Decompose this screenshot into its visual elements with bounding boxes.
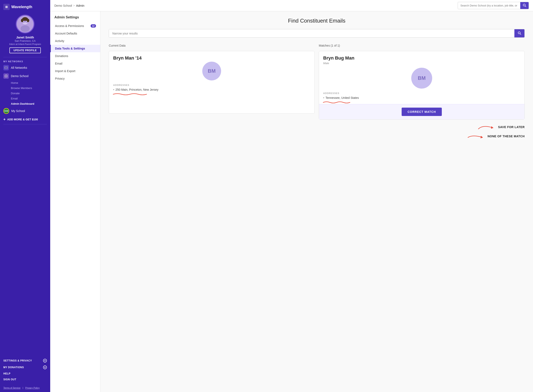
match-card-gender: Male (323, 62, 520, 65)
topnav-search-button[interactable] (520, 2, 529, 9)
current-squiggle (113, 93, 147, 95)
my-school-label: My School (11, 109, 25, 113)
none-arrow-icon (466, 133, 485, 140)
save-for-later-row: SAVE FOR LATER (476, 124, 525, 130)
my-donations-link[interactable]: MY DONATIONS + (3, 364, 47, 371)
admin-menu-import-export[interactable]: Import & Export (50, 67, 100, 75)
settings-privacy-link[interactable]: SETTINGS & PRIVACY + (3, 357, 47, 364)
sidebar-sub-donate[interactable]: Donate (0, 91, 50, 96)
admin-menu-access-permissions[interactable]: Access & Permissions 12 (50, 22, 100, 30)
current-data-label: Current Data (109, 44, 315, 47)
match-card-footer: CORRECT MATCH (319, 104, 524, 119)
demo-school-icon (3, 73, 9, 79)
content-area: Find Constituent Emails Current Data Mat… (100, 11, 533, 392)
svg-marker-18 (491, 126, 494, 129)
content-search (109, 29, 525, 38)
svg-line-17 (520, 34, 521, 34)
admin-menu-donations[interactable]: Donations (50, 52, 100, 60)
current-addresses-label: ADDRESSES (113, 84, 310, 86)
sidebar-item-all-networks[interactable]: All Networks (0, 64, 50, 72)
match-squiggle (323, 101, 350, 103)
sidebar: ⊞ Wavelength Janet Smith San Francisco, … (0, 0, 50, 392)
networks-label: MY NETWORKS (0, 58, 50, 64)
matches-label: Matches (1 of 1) (319, 44, 525, 47)
sidebar-logo[interactable]: ⊞ Wavelength (0, 0, 50, 13)
current-card-avatar: BM (202, 62, 221, 80)
user-location: San Francisco, CA (15, 39, 36, 42)
page-body: Admin Settings Access & Permissions 12 A… (50, 11, 533, 392)
match-card-avatar: BM (411, 68, 432, 89)
sidebar-sub-browse-members[interactable]: Browse Members (0, 85, 50, 91)
breadcrumb: Demo School > Admin (54, 4, 84, 7)
svg-rect-9 (5, 67, 8, 69)
admin-menu-activity[interactable]: Activity (50, 37, 100, 45)
svg-point-2 (20, 25, 30, 32)
ssw-icon: SSW (3, 108, 9, 114)
admin-menu-privacy[interactable]: Privacy (50, 75, 100, 82)
sidebar-divider-1 (3, 57, 47, 57)
cards-row: Bryn Man '14 BM ADDRESSES 250 Main, Prin… (109, 51, 525, 120)
donations-expand-icon: + (43, 365, 47, 369)
topnav-search-input[interactable] (458, 3, 520, 9)
user-role: Intern at Infant-Parent Program (9, 43, 41, 45)
demo-school-label: Demo School (11, 74, 29, 78)
settings-expand-icon: + (43, 359, 47, 363)
breadcrumb-root[interactable]: Demo School (54, 4, 72, 7)
none-of-these-row: NONE OF THESE MATCH (466, 133, 525, 140)
svg-line-15 (525, 6, 526, 7)
topnav-search (458, 2, 529, 9)
match-card-name: Bryn Bug Man (323, 55, 520, 61)
sign-out-link[interactable]: SIGN OUT (3, 377, 47, 382)
match-card: Bryn Bug Man Male BM ADDRESSES Tennessee… (319, 51, 525, 120)
sidebar-sub-email[interactable]: Email (0, 96, 50, 101)
update-profile-button[interactable]: UPDATE PROFILE (10, 47, 41, 53)
all-networks-icon (3, 65, 9, 70)
sidebar-divider-2 (3, 124, 47, 124)
save-arrow-icon (476, 124, 495, 130)
my-donations-label: MY DONATIONS (3, 366, 24, 369)
add-more-label: ADD MORE & GET $100 (7, 118, 38, 121)
correct-match-button[interactable]: CORRECT MATCH (402, 108, 442, 116)
content-search-input[interactable] (109, 29, 514, 37)
svg-marker-19 (481, 136, 483, 138)
logo-label: Wavelength (11, 5, 32, 9)
topnav: Demo School > Admin (50, 0, 533, 11)
sidebar-profile: Janet Smith San Francisco, CA Intern at … (0, 13, 50, 56)
all-networks-label: All Networks (11, 66, 27, 69)
admin-settings-panel: Admin Settings Access & Permissions 12 A… (50, 11, 100, 392)
avatar (16, 15, 34, 33)
sidebar-item-demo-school[interactable]: Demo School (0, 72, 50, 80)
main-content: Demo School > Admin Admin Settings Acces… (50, 0, 533, 392)
sidebar-bottom-links: SETTINGS & PRIVACY + MY DONATIONS + HELP… (0, 355, 50, 384)
breadcrumb-current: Admin (76, 4, 85, 7)
admin-menu-data-tools[interactable]: Data Tools & Settings (50, 45, 100, 52)
save-for-later-link[interactable]: SAVE FOR LATER (498, 125, 525, 129)
current-address: 250 Main, Princeton, New Jersey (113, 88, 310, 91)
match-addresses-label: ADDRESSES (323, 92, 520, 94)
admin-menu-email[interactable]: Email (50, 60, 100, 67)
help-link[interactable]: HELP (3, 371, 47, 377)
logo-icon: ⊞ (3, 4, 10, 10)
current-card-name: Bryn Man '14 (113, 55, 310, 61)
content-search-button[interactable] (514, 29, 524, 37)
user-name: Janet Smith (16, 36, 34, 39)
admin-menu-account-defaults[interactable]: Account Defaults (50, 30, 100, 37)
sidebar-sub-home[interactable]: Home (0, 80, 50, 85)
current-data-card: Bryn Man '14 BM ADDRESSES 250 Main, Prin… (109, 51, 315, 114)
page-title: Find Constituent Emails (109, 18, 525, 24)
admin-settings-title: Admin Settings (50, 15, 100, 22)
sidebar-item-my-school[interactable]: SSW My School (0, 106, 50, 116)
sidebar-sub-admin-dashboard[interactable]: Admin Dashboard (0, 101, 50, 106)
none-of-these-link[interactable]: NONE OF THESE MATCH (488, 135, 525, 138)
svg-point-8 (22, 17, 28, 21)
terms-link[interactable]: Terms of Service (3, 387, 20, 389)
privacy-link[interactable]: Privacy Policy (25, 387, 39, 389)
match-card-column: Bryn Bug Man Male BM ADDRESSES Tennessee… (319, 51, 525, 120)
sidebar-footer: Terms of Service | Privacy Policy (0, 384, 50, 392)
action-links: SAVE FOR LATER NONE OF THESE MATCH (109, 124, 525, 140)
sidebar-add-more[interactable]: + ADD MORE & GET $100 (0, 116, 50, 123)
current-data-column: Bryn Man '14 BM ADDRESSES 250 Main, Prin… (109, 51, 315, 120)
match-address: Tennessee, United States (323, 96, 520, 99)
plus-icon: + (3, 117, 6, 122)
settings-privacy-label: SETTINGS & PRIVACY (3, 359, 32, 362)
